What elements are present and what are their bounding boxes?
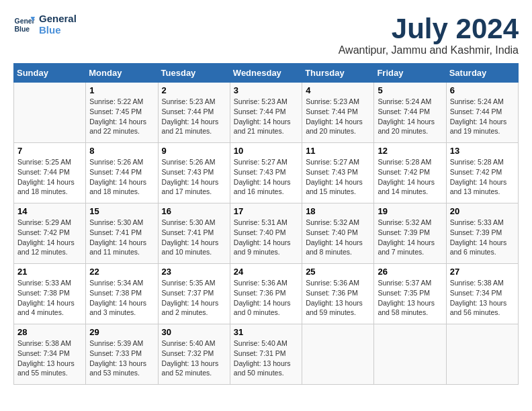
day-info: Sunrise: 5:30 AM Sunset: 7:41 PM Dayligh… — [162, 218, 226, 257]
svg-text:Blue: Blue — [15, 25, 30, 32]
day-number: 31 — [234, 327, 298, 337]
calendar-cell: 27Sunrise: 5:38 AM Sunset: 7:34 PM Dayli… — [446, 264, 518, 324]
calendar-cell: 6Sunrise: 5:24 AM Sunset: 7:44 PM Daylig… — [446, 83, 518, 143]
header-row: Sunday Monday Tuesday Wednesday Thursday… — [14, 64, 519, 83]
day-info: Sunrise: 5:30 AM Sunset: 7:41 PM Dayligh… — [89, 218, 154, 257]
logo: General Blue General Blue — [13, 13, 77, 36]
day-number: 19 — [378, 206, 442, 216]
day-info: Sunrise: 5:22 AM Sunset: 7:45 PM Dayligh… — [89, 97, 154, 136]
calendar-cell: 26Sunrise: 5:37 AM Sunset: 7:35 PM Dayli… — [374, 264, 446, 324]
day-info: Sunrise: 5:28 AM Sunset: 7:42 PM Dayligh… — [450, 157, 515, 197]
calendar-cell: 17Sunrise: 5:31 AM Sunset: 7:40 PM Dayli… — [230, 203, 302, 264]
day-info: Sunrise: 5:31 AM Sunset: 7:40 PM Dayligh… — [234, 218, 298, 257]
col-thursday: Thursday — [302, 64, 374, 83]
day-number: 7 — [17, 146, 82, 156]
day-info: Sunrise: 5:34 AM Sunset: 7:38 PM Dayligh… — [89, 278, 154, 318]
col-friday: Friday — [374, 64, 446, 83]
week-row-3: 14Sunrise: 5:29 AM Sunset: 7:42 PM Dayli… — [14, 203, 519, 264]
col-monday: Monday — [86, 64, 158, 83]
calendar-cell: 10Sunrise: 5:27 AM Sunset: 7:43 PM Dayli… — [230, 143, 302, 203]
day-number: 30 — [162, 327, 226, 337]
calendar-cell: 1Sunrise: 5:22 AM Sunset: 7:45 PM Daylig… — [86, 83, 158, 143]
day-info: Sunrise: 5:25 AM Sunset: 7:44 PM Dayligh… — [17, 157, 82, 197]
calendar-cell: 7Sunrise: 5:25 AM Sunset: 7:44 PM Daylig… — [14, 143, 86, 203]
calendar-cell: 18Sunrise: 5:32 AM Sunset: 7:40 PM Dayli… — [302, 203, 374, 264]
calendar-cell: 20Sunrise: 5:33 AM Sunset: 7:39 PM Dayli… — [446, 203, 518, 264]
calendar-cell: 16Sunrise: 5:30 AM Sunset: 7:41 PM Dayli… — [158, 203, 230, 264]
calendar-cell: 9Sunrise: 5:26 AM Sunset: 7:43 PM Daylig… — [158, 143, 230, 203]
calendar-cell — [302, 324, 374, 385]
day-number: 13 — [450, 146, 515, 156]
day-info: Sunrise: 5:27 AM Sunset: 7:43 PM Dayligh… — [234, 157, 298, 197]
day-number: 16 — [162, 206, 226, 216]
day-number: 5 — [378, 85, 442, 95]
day-info: Sunrise: 5:23 AM Sunset: 7:44 PM Dayligh… — [306, 97, 370, 136]
day-info: Sunrise: 5:40 AM Sunset: 7:32 PM Dayligh… — [162, 338, 226, 378]
calendar-cell — [446, 324, 518, 385]
calendar-cell: 25Sunrise: 5:36 AM Sunset: 7:36 PM Dayli… — [302, 264, 374, 324]
calendar-cell: 13Sunrise: 5:28 AM Sunset: 7:42 PM Dayli… — [446, 143, 518, 203]
day-info: Sunrise: 5:35 AM Sunset: 7:37 PM Dayligh… — [162, 278, 226, 318]
day-info: Sunrise: 5:28 AM Sunset: 7:42 PM Dayligh… — [378, 157, 442, 197]
calendar-cell: 24Sunrise: 5:36 AM Sunset: 7:36 PM Dayli… — [230, 264, 302, 324]
day-info: Sunrise: 5:38 AM Sunset: 7:34 PM Dayligh… — [450, 278, 515, 318]
day-number: 6 — [450, 85, 515, 95]
day-number: 21 — [17, 267, 82, 277]
calendar-cell: 30Sunrise: 5:40 AM Sunset: 7:32 PM Dayli… — [158, 324, 230, 385]
day-number: 23 — [162, 267, 226, 277]
col-saturday: Saturday — [446, 64, 518, 83]
day-info: Sunrise: 5:26 AM Sunset: 7:43 PM Dayligh… — [162, 157, 226, 197]
day-number: 29 — [89, 327, 154, 337]
calendar-body: 1Sunrise: 5:22 AM Sunset: 7:45 PM Daylig… — [14, 83, 519, 385]
week-row-4: 21Sunrise: 5:33 AM Sunset: 7:38 PM Dayli… — [14, 264, 519, 324]
day-number: 28 — [17, 327, 82, 337]
week-row-2: 7Sunrise: 5:25 AM Sunset: 7:44 PM Daylig… — [14, 143, 519, 203]
calendar-cell: 19Sunrise: 5:32 AM Sunset: 7:39 PM Dayli… — [374, 203, 446, 264]
day-info: Sunrise: 5:33 AM Sunset: 7:39 PM Dayligh… — [450, 218, 515, 257]
day-number: 22 — [89, 267, 154, 277]
calendar-cell: 2Sunrise: 5:23 AM Sunset: 7:44 PM Daylig… — [158, 83, 230, 143]
day-number: 11 — [306, 146, 370, 156]
day-number: 20 — [450, 206, 515, 216]
day-info: Sunrise: 5:23 AM Sunset: 7:44 PM Dayligh… — [234, 97, 298, 136]
day-number: 25 — [306, 267, 370, 277]
calendar-cell: 21Sunrise: 5:33 AM Sunset: 7:38 PM Dayli… — [14, 264, 86, 324]
calendar-header: Sunday Monday Tuesday Wednesday Thursday… — [14, 64, 519, 83]
day-number: 3 — [234, 85, 298, 95]
day-info: Sunrise: 5:37 AM Sunset: 7:35 PM Dayligh… — [378, 278, 442, 318]
calendar-cell: 14Sunrise: 5:29 AM Sunset: 7:42 PM Dayli… — [14, 203, 86, 264]
day-number: 8 — [89, 146, 154, 156]
month-title: July 2024 — [339, 13, 519, 44]
calendar-cell: 12Sunrise: 5:28 AM Sunset: 7:42 PM Dayli… — [374, 143, 446, 203]
day-number: 10 — [234, 146, 298, 156]
day-info: Sunrise: 5:32 AM Sunset: 7:39 PM Dayligh… — [378, 218, 442, 257]
calendar-cell: 23Sunrise: 5:35 AM Sunset: 7:37 PM Dayli… — [158, 264, 230, 324]
calendar-table: Sunday Monday Tuesday Wednesday Thursday… — [13, 63, 519, 385]
calendar-cell — [374, 324, 446, 385]
day-info: Sunrise: 5:24 AM Sunset: 7:44 PM Dayligh… — [450, 97, 515, 136]
logo-line2: Blue — [39, 25, 77, 36]
day-number: 9 — [162, 146, 226, 156]
calendar-cell: 11Sunrise: 5:27 AM Sunset: 7:43 PM Dayli… — [302, 143, 374, 203]
day-info: Sunrise: 5:36 AM Sunset: 7:36 PM Dayligh… — [234, 278, 298, 318]
calendar-cell: 31Sunrise: 5:40 AM Sunset: 7:31 PM Dayli… — [230, 324, 302, 385]
calendar-cell: 4Sunrise: 5:23 AM Sunset: 7:44 PM Daylig… — [302, 83, 374, 143]
calendar-cell: 5Sunrise: 5:24 AM Sunset: 7:44 PM Daylig… — [374, 83, 446, 143]
day-number: 1 — [89, 85, 154, 95]
day-number: 26 — [378, 267, 442, 277]
calendar-cell: 22Sunrise: 5:34 AM Sunset: 7:38 PM Dayli… — [86, 264, 158, 324]
day-number: 2 — [162, 85, 226, 95]
day-info: Sunrise: 5:29 AM Sunset: 7:42 PM Dayligh… — [17, 218, 82, 257]
calendar-cell: 8Sunrise: 5:26 AM Sunset: 7:44 PM Daylig… — [86, 143, 158, 203]
day-info: Sunrise: 5:40 AM Sunset: 7:31 PM Dayligh… — [234, 338, 298, 378]
week-row-5: 28Sunrise: 5:38 AM Sunset: 7:34 PM Dayli… — [14, 324, 519, 385]
day-number: 12 — [378, 146, 442, 156]
day-number: 24 — [234, 267, 298, 277]
day-info: Sunrise: 5:32 AM Sunset: 7:40 PM Dayligh… — [306, 218, 370, 257]
day-info: Sunrise: 5:27 AM Sunset: 7:43 PM Dayligh… — [306, 157, 370, 197]
day-info: Sunrise: 5:39 AM Sunset: 7:33 PM Dayligh… — [89, 338, 154, 378]
day-number: 4 — [306, 85, 370, 95]
logo-line1: General — [39, 13, 77, 25]
col-sunday: Sunday — [14, 64, 86, 83]
calendar-cell — [14, 83, 86, 143]
